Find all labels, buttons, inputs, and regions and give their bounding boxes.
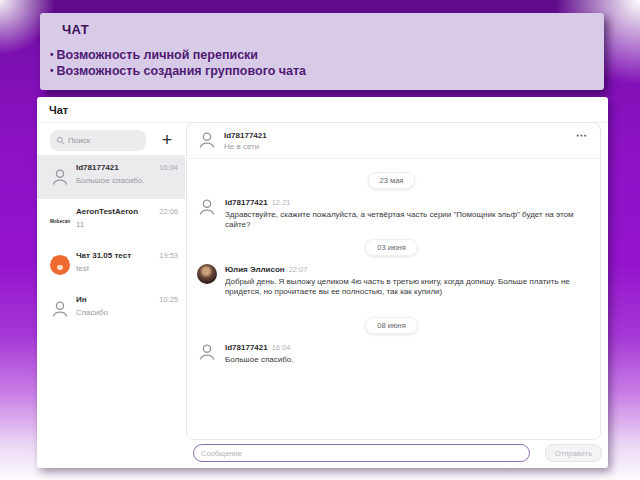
conversation-preview: Большое спасибо. <box>76 176 144 185</box>
more-icon: ⋯ <box>576 129 588 141</box>
person-avatar-icon <box>197 342 217 362</box>
message-text: Добрый день. Я выложу целиком 4ю часть в… <box>225 277 581 297</box>
message-time: 22:07 <box>289 265 308 274</box>
conversation-name: Чат 31.05 тест <box>76 251 131 260</box>
conversation-menu-button[interactable]: ⋯ <box>576 129 588 142</box>
conversation-time: 10:25 <box>159 295 178 304</box>
conversation-name: Id78177421 <box>76 163 119 172</box>
message-author: Id78177421 <box>225 343 268 352</box>
window-title: Чат <box>37 97 608 123</box>
conversation-list: Id78177421 16:04 Большое спасибо. Mobeca… <box>37 155 185 331</box>
user-photo-avatar <box>197 264 217 284</box>
search-input[interactable]: Поиск <box>50 130 146 151</box>
chat-sidebar: Поиск + Id78177421 16:04 Большое спасибо… <box>37 124 185 468</box>
conversation-panel: Id78177421 Не в сети ⋯ 23 мая Id78177421… <box>186 122 601 440</box>
conversation-item-in[interactable]: Ин 10:25 Спасибо <box>37 287 185 331</box>
slide-bullet-list: •Возможность личной переписки •Возможнос… <box>50 47 306 79</box>
date-separator: 08 июня <box>365 317 417 334</box>
message-input[interactable] <box>193 444 530 462</box>
conversation-preview: test <box>76 264 89 273</box>
chat-window: Чат Поиск + Id78177421 16:04 Большое спа… <box>37 97 608 468</box>
person-avatar-icon <box>50 299 70 319</box>
bullet-icon: • <box>50 65 54 76</box>
person-avatar-icon <box>197 130 217 150</box>
conversation-preview: 11 <box>76 220 84 229</box>
peer-status: Не в сети <box>224 142 259 151</box>
conversation-name: AeronTestAeron <box>76 207 138 216</box>
send-button[interactable]: Отправить <box>545 444 602 462</box>
slide-bullet-text: Возможность создания группового чата <box>57 64 307 78</box>
conversation-time: 19:53 <box>159 251 178 260</box>
slide-bullet-text: Возможность личной переписки <box>57 48 259 62</box>
conversation-header: Id78177421 Не в сети ⋯ <box>187 123 600 159</box>
plus-icon: + <box>162 130 173 150</box>
message-author: Юлия Эллисон <box>225 265 285 274</box>
conversation-name: Ин <box>76 295 87 304</box>
message-feed: 23 мая Id7817742112:21 Здравствуйте, ска… <box>187 159 600 365</box>
message-time: 16:04 <box>272 343 291 352</box>
mobecan-logo-text: Mobecan <box>50 219 70 224</box>
person-avatar-icon <box>50 167 70 187</box>
message-author: Id78177421 <box>225 198 268 207</box>
date-separator: 03 июня <box>365 239 417 256</box>
search-row: Поиск + <box>37 124 185 155</box>
message-text: Большое спасибо. <box>225 355 293 365</box>
slide-title: ЧАТ <box>62 22 89 37</box>
add-chat-button[interactable]: + <box>155 127 179 153</box>
message: Юлия Эллисон22:07 Добрый день. Я выложу … <box>197 264 586 297</box>
conversation-time: 16:04 <box>159 163 178 172</box>
conversation-preview: Спасибо <box>76 308 108 317</box>
peer-name: Id78177421 <box>224 131 267 140</box>
slide-bullet: •Возможность создания группового чата <box>50 63 306 79</box>
search-icon <box>56 136 65 145</box>
slide-header-card: ЧАТ •Возможность личной переписки •Возмо… <box>40 13 604 90</box>
conversation-item-id78177421[interactable]: Id78177421 16:04 Большое спасибо. <box>37 155 185 199</box>
mobecan-logo-avatar: Mobecan <box>50 211 70 231</box>
conversation-item-chat-3105-test[interactable]: Чат 31.05 тест 19:53 test <box>37 243 185 287</box>
message: Id7817742116:04 Большое спасибо. <box>197 342 586 365</box>
bullet-icon: • <box>50 49 54 60</box>
fox-avatar-image <box>50 255 70 275</box>
conversation-time: 22:06 <box>159 207 178 216</box>
message: Id7817742112:21 Здравствуйте, скажите по… <box>197 197 586 230</box>
person-avatar-icon <box>197 197 217 217</box>
conversation-item-aerontestaeron[interactable]: Mobecan AeronTestAeron 22:06 11 <box>37 199 185 243</box>
slide-background: ЧАТ •Возможность личной переписки •Возмо… <box>0 0 640 480</box>
search-placeholder: Поиск <box>68 136 90 145</box>
message-text: Здравствуйте, скажите пожалуйста, а четв… <box>225 210 581 230</box>
slide-bullet: •Возможность личной переписки <box>50 47 306 63</box>
date-separator: 23 мая <box>368 172 416 189</box>
message-time: 12:21 <box>272 198 291 207</box>
